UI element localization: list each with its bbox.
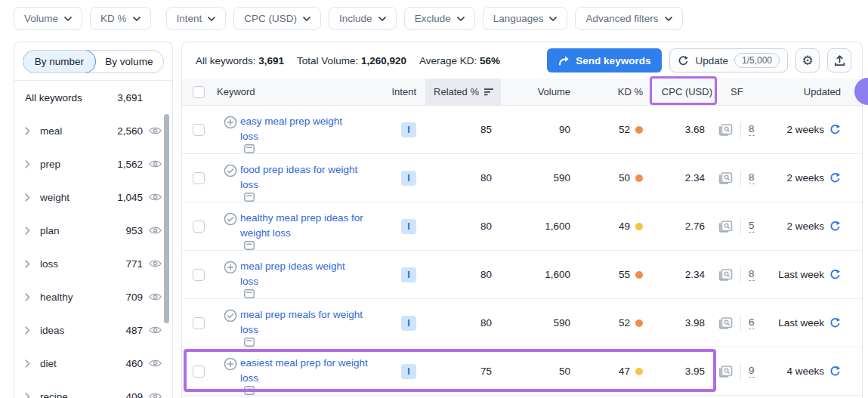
keyword-added-icon[interactable]: [224, 164, 237, 177]
group-count: 487: [125, 325, 143, 336]
filter-kd[interactable]: KD %: [90, 7, 151, 30]
refresh-keyword-icon[interactable]: [829, 366, 841, 377]
keyword-link[interactable]: food prep ideas for weight loss: [240, 162, 357, 202]
update-button[interactable]: Update 1/5,000: [669, 48, 788, 73]
row-checkbox[interactable]: [193, 221, 205, 233]
serp-preview-icon[interactable]: [718, 220, 733, 233]
eye-icon[interactable]: [149, 392, 162, 398]
refresh-icon: [678, 55, 689, 66]
filter-languages[interactable]: Languages: [483, 7, 568, 30]
sidebar-group-diet[interactable]: diet460: [14, 347, 172, 380]
filter-intent[interactable]: Intent: [166, 7, 227, 30]
refresh-keyword-icon[interactable]: [829, 269, 841, 280]
header-kd[interactable]: KD %: [618, 86, 643, 97]
export-button[interactable]: [827, 48, 851, 73]
updated-value: 4 weeks: [786, 366, 824, 377]
header-keyword[interactable]: Keyword: [217, 86, 255, 97]
keyword-link[interactable]: easy meal prep weight loss: [240, 114, 342, 153]
cpc-value: 2.76: [643, 221, 712, 232]
refresh-keyword-icon[interactable]: [829, 124, 841, 135]
updated-value: Last week: [778, 269, 824, 280]
header-related[interactable]: Related %: [425, 79, 501, 105]
kd-value: 52: [576, 124, 643, 135]
row-checkbox[interactable]: [193, 124, 205, 136]
add-keyword-icon[interactable]: [224, 261, 237, 274]
sf-count[interactable]: 9: [749, 365, 755, 378]
keyword-added-icon[interactable]: [224, 212, 237, 226]
add-keyword-icon[interactable]: [224, 357, 237, 371]
keyword-link[interactable]: meal prep meals for weight loss: [240, 307, 363, 347]
serp-features-icon: [244, 241, 255, 250]
intent-badge-informational[interactable]: I: [401, 171, 416, 186]
header-volume[interactable]: Volume: [538, 86, 570, 97]
eye-icon[interactable]: [149, 325, 162, 335]
filter-advanced[interactable]: Advanced filters: [575, 7, 682, 30]
sf-count[interactable]: 8: [749, 171, 755, 184]
refresh-keyword-icon[interactable]: [829, 317, 841, 329]
header-cpc[interactable]: CPC (USD): [662, 86, 712, 97]
keyword-link[interactable]: easiest meal prep for weight loss: [240, 356, 368, 395]
sidebar-item-all-keywords[interactable]: All keywords 3,691: [14, 81, 172, 114]
volume-value: 90: [501, 124, 576, 135]
sf-count[interactable]: 6: [749, 316, 755, 329]
refresh-keyword-icon[interactable]: [829, 221, 841, 232]
eye-icon[interactable]: [149, 226, 162, 235]
eye-icon[interactable]: [149, 159, 162, 168]
add-keyword-icon[interactable]: [224, 116, 237, 129]
row-checkbox[interactable]: [193, 269, 205, 281]
intent-badge-informational[interactable]: I: [401, 364, 416, 379]
serp-preview-icon[interactable]: [718, 171, 733, 184]
eye-icon[interactable]: [149, 193, 162, 202]
group-count: 1,562: [117, 159, 143, 170]
intent-badge-informational[interactable]: I: [401, 122, 416, 137]
filter-include[interactable]: Include: [329, 7, 397, 30]
chevron-down-icon: [457, 17, 465, 21]
sidebar-group-weight[interactable]: weight1,045: [14, 180, 172, 214]
row-checkbox[interactable]: [193, 317, 205, 329]
sidebar-group-loss[interactable]: loss771: [14, 247, 172, 280]
intent-badge-informational[interactable]: I: [401, 316, 416, 331]
intent-badge-informational[interactable]: I: [401, 219, 416, 234]
eye-icon[interactable]: [149, 359, 162, 368]
select-all-checkbox[interactable]: [193, 86, 205, 98]
serp-preview-icon[interactable]: [718, 316, 733, 329]
column-divider: [740, 218, 741, 235]
header-intent[interactable]: Intent: [391, 86, 416, 97]
eye-icon[interactable]: [149, 259, 162, 268]
serp-preview-icon[interactable]: [718, 268, 733, 281]
row-checkbox[interactable]: [193, 366, 205, 378]
row-checkbox[interactable]: [193, 172, 205, 184]
keyword-link[interactable]: meal prep ideas weight loss: [240, 259, 345, 298]
sf-count[interactable]: 8: [749, 268, 755, 281]
group-label: loss: [40, 258, 58, 270]
sidebar-group-recipe[interactable]: recipe409: [14, 380, 172, 398]
serp-features-icon: [244, 338, 255, 347]
eye-icon[interactable]: [149, 292, 162, 301]
keyword-link[interactable]: healthy meal prep ideas for weight loss: [240, 211, 363, 250]
sidebar-group-ideas[interactable]: ideas487: [14, 313, 172, 347]
sidebar-group-healthy[interactable]: healthy709: [14, 280, 172, 313]
header-updated[interactable]: Updated: [804, 86, 841, 97]
sidebar-group-plan[interactable]: plan953: [14, 214, 172, 247]
keyword-added-icon[interactable]: [224, 309, 237, 322]
serp-features-icon: [244, 386, 255, 395]
tab-by-volume[interactable]: By volume: [95, 51, 163, 73]
filter-exclude[interactable]: Exclude: [404, 7, 475, 30]
tab-by-number[interactable]: By number: [23, 50, 96, 73]
sidebar-scrollbar[interactable]: [164, 114, 169, 323]
eye-icon[interactable]: [149, 126, 162, 135]
filter-cpc[interactable]: CPC (USD): [233, 7, 321, 30]
settings-button[interactable]: ⚙: [795, 48, 820, 73]
refresh-keyword-icon[interactable]: [829, 172, 841, 184]
header-sf[interactable]: SF: [731, 86, 743, 97]
sidebar-group-prep[interactable]: prep1,562: [14, 147, 172, 180]
group-count: 771: [125, 258, 143, 270]
send-keywords-button[interactable]: Send keywords: [547, 48, 662, 73]
serp-preview-icon[interactable]: [718, 123, 733, 136]
sf-count[interactable]: 5: [749, 220, 755, 233]
sidebar-group-meal[interactable]: meal2,560: [14, 114, 172, 147]
intent-badge-informational[interactable]: I: [401, 267, 416, 282]
serp-preview-icon[interactable]: [718, 365, 733, 378]
filter-volume[interactable]: Volume: [14, 7, 82, 30]
sf-count[interactable]: 8: [749, 123, 755, 136]
